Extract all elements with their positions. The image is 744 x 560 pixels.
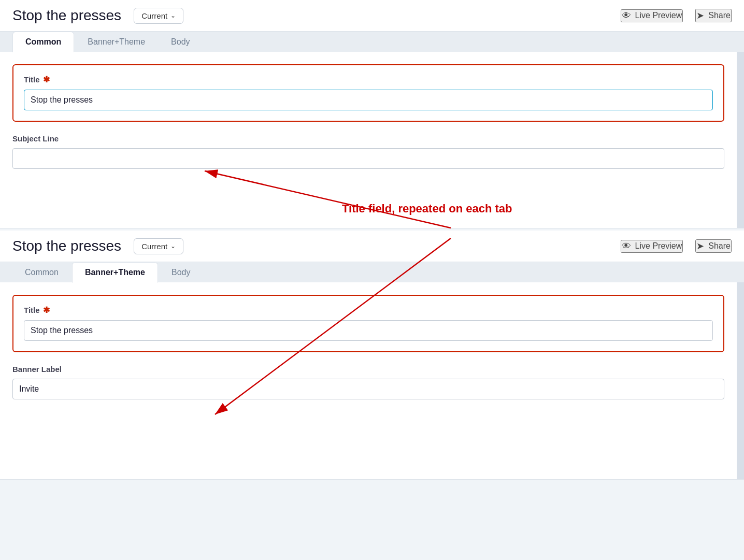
page-title-bottom: Stop the presses (12, 238, 121, 254)
live-preview-label-top: Live Preview (635, 11, 682, 20)
share-button-top[interactable]: ➤ Share (695, 9, 732, 22)
title-label-bottom: Title ✱ (24, 305, 713, 315)
required-star-bottom: ✱ (43, 305, 50, 315)
title-field-group-top: Title ✱ (12, 64, 724, 122)
tab-banner-theme-top[interactable]: Banner+Theme (75, 32, 158, 52)
bottom-panel-content: Title ✱ Banner Label (0, 282, 737, 458)
bottom-panel-header: Stop the presses Current ⌄ 👁 Live Previe… (0, 231, 744, 262)
tab-common-top[interactable]: Common (12, 32, 74, 52)
chevron-down-icon-bottom: ⌄ (170, 242, 176, 250)
tab-body-bottom[interactable]: Body (159, 263, 203, 282)
title-input-top[interactable] (24, 90, 713, 110)
tab-banner-theme-bottom[interactable]: Banner+Theme (72, 262, 158, 283)
header-actions-top: 👁 Live Preview ➤ Share (621, 9, 732, 22)
share-label-bottom: Share (708, 241, 731, 251)
live-preview-label-bottom: Live Preview (635, 241, 682, 251)
tab-body-top[interactable]: Body (159, 32, 202, 52)
tabs-bar-top: Common Banner+Theme Body (0, 32, 744, 52)
annotation-block: Title field, repeated on each tab (342, 202, 512, 216)
tab-common-bottom[interactable]: Common (12, 263, 71, 282)
live-preview-button-top[interactable]: 👁 Live Preview (621, 9, 683, 22)
top-panel-content: Title ✱ Subject Line (0, 52, 737, 228)
bottom-panel-body: Title ✱ Banner Label (0, 282, 744, 479)
eye-icon-top: 👁 (622, 10, 631, 21)
subject-line-group-top: Subject Line (12, 134, 724, 169)
top-panel-main: Title ✱ Subject Line (0, 52, 737, 228)
bottom-panel-main: Title ✱ Banner Label (0, 282, 737, 479)
banner-label-group: Banner Label (12, 365, 724, 399)
title-field-group-bottom: Title ✱ (12, 295, 724, 352)
title-label-top: Title ✱ (24, 75, 713, 84)
chevron-down-icon-top: ⌄ (170, 12, 176, 19)
banner-label-input[interactable] (12, 379, 724, 399)
bottom-panel: Stop the presses Current ⌄ 👁 Live Previe… (0, 231, 744, 480)
header-actions-bottom: 👁 Live Preview ➤ Share (621, 239, 732, 253)
banner-label-label: Banner Label (12, 365, 724, 374)
top-panel-header: Stop the presses Current ⌄ 👁 Live Previe… (0, 0, 744, 32)
live-preview-button-bottom[interactable]: 👁 Live Preview (621, 240, 683, 253)
share-icon-top: ➤ (696, 10, 704, 21)
subject-line-label-top: Subject Line (12, 134, 724, 143)
share-icon-bottom: ➤ (696, 240, 704, 252)
share-label-top: Share (708, 11, 731, 20)
right-strip-top (737, 52, 744, 228)
current-label-bottom: Current (141, 242, 167, 251)
title-input-bottom[interactable] (24, 320, 713, 341)
top-panel-body: Title ✱ Subject Line (0, 52, 744, 228)
top-panel: Stop the presses Current ⌄ 👁 Live Previe… (0, 0, 744, 228)
right-strip-bottom (737, 282, 744, 479)
current-label-top: Current (141, 11, 167, 20)
current-dropdown-bottom[interactable]: Current ⌄ (134, 238, 183, 254)
tabs-bar-bottom: Common Banner+Theme Body (0, 262, 744, 282)
required-star-top: ✱ (43, 75, 50, 84)
share-button-bottom[interactable]: ➤ Share (695, 239, 732, 253)
current-dropdown-top[interactable]: Current ⌄ (134, 8, 183, 24)
page-title-top: Stop the presses (12, 7, 121, 24)
eye-icon-bottom: 👁 (622, 241, 631, 252)
annotation-text: Title field, repeated on each tab (342, 202, 512, 216)
subject-line-input-top[interactable] (12, 148, 724, 169)
